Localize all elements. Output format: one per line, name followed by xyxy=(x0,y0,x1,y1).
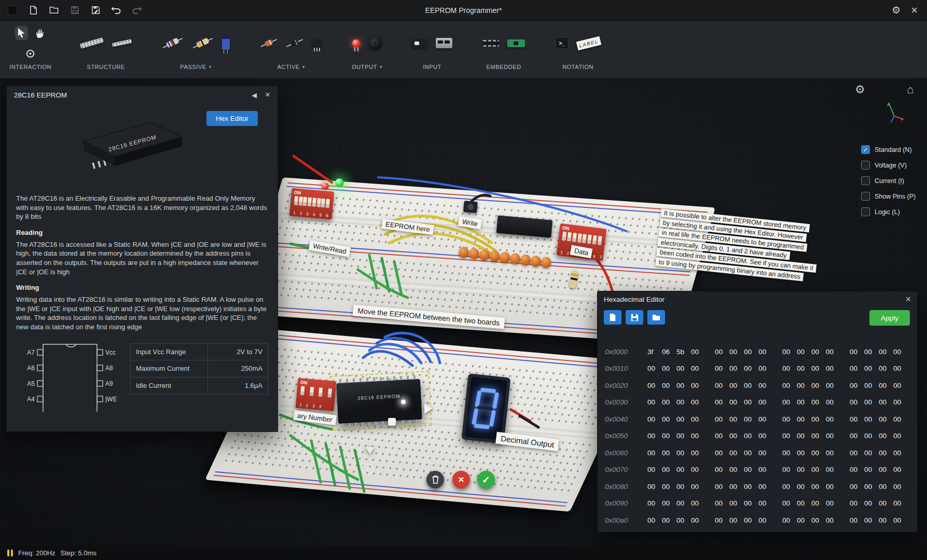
hex-byte[interactable]: 00 xyxy=(850,449,864,457)
target-icon[interactable] xyxy=(362,464,373,475)
hex-byte[interactable]: 00 xyxy=(893,466,908,473)
hex-byte[interactable]: 00 xyxy=(893,432,908,440)
hex-byte[interactable]: 00 xyxy=(729,382,744,389)
toolbar-dropdown-output[interactable]: OUTPUT ▾ xyxy=(352,64,382,70)
hex-byte[interactable]: 00 xyxy=(744,466,758,473)
hex-byte[interactable]: 00 xyxy=(879,398,893,406)
diode-tool[interactable] xyxy=(258,38,279,48)
hex-byte[interactable]: 00 xyxy=(811,516,826,524)
hex-byte[interactable]: 00 xyxy=(662,365,676,372)
hex-byte[interactable]: 00 xyxy=(879,516,893,524)
hex-byte[interactable]: 00 xyxy=(826,449,840,457)
hex-byte[interactable]: 00 xyxy=(647,382,662,389)
view-option-show-pins-p[interactable]: Show Pins (P) xyxy=(861,192,916,201)
hex-byte[interactable]: 06 xyxy=(662,348,676,356)
hex-byte[interactable]: 00 xyxy=(879,499,893,507)
hex-byte[interactable]: 00 xyxy=(744,348,758,356)
hex-byte[interactable]: 00 xyxy=(647,398,662,406)
hex-byte[interactable]: 00 xyxy=(715,382,729,389)
hex-byte[interactable]: 00 xyxy=(893,415,908,423)
hex-byte[interactable]: 00 xyxy=(850,483,864,491)
hex-byte[interactable]: 00 xyxy=(758,382,773,389)
hex-byte[interactable]: 00 xyxy=(826,382,840,389)
hex-byte[interactable]: 00 xyxy=(864,348,879,356)
dip-switch-4[interactable]: ON 1 2 3 4 xyxy=(296,378,337,411)
hex-byte[interactable]: 00 xyxy=(662,516,676,524)
hex-byte[interactable]: 00 xyxy=(826,348,840,356)
pan-hand-tool[interactable] xyxy=(33,26,46,40)
hex-byte[interactable]: 00 xyxy=(879,466,893,473)
hex-byte[interactable]: 00 xyxy=(758,516,773,524)
breadboard-small-tool[interactable] xyxy=(110,39,133,47)
hex-byte[interactable]: 00 xyxy=(662,449,676,457)
red-led[interactable] xyxy=(322,183,329,190)
hex-byte[interactable]: 00 xyxy=(879,415,893,423)
hex-byte[interactable]: 00 xyxy=(729,499,744,507)
hex-byte[interactable]: 00 xyxy=(729,415,744,423)
save-icon[interactable] xyxy=(68,4,81,17)
hex-byte[interactable]: 00 xyxy=(758,415,773,423)
hex-byte[interactable]: 00 xyxy=(715,432,729,440)
hex-byte[interactable]: 00 xyxy=(864,432,879,440)
hex-byte[interactable]: 00 xyxy=(811,499,826,507)
hex-byte[interactable]: 00 xyxy=(744,432,758,440)
hex-byte[interactable]: 00 xyxy=(782,398,797,406)
confirm-button[interactable]: ✓ xyxy=(477,471,495,488)
pause-icon[interactable] xyxy=(7,550,13,556)
hex-byte[interactable]: 00 xyxy=(647,432,662,440)
hex-byte[interactable]: 00 xyxy=(826,398,840,406)
hex-byte[interactable]: 00 xyxy=(715,483,729,491)
hex-byte[interactable]: 00 xyxy=(850,415,864,423)
hex-byte[interactable]: 00 xyxy=(691,483,705,491)
hex-byte[interactable]: 00 xyxy=(744,415,758,423)
hex-byte[interactable]: 00 xyxy=(811,432,826,440)
hex-byte[interactable]: 00 xyxy=(850,348,864,356)
hex-byte[interactable]: 00 xyxy=(797,432,811,440)
label-tool[interactable]: LABEL xyxy=(575,37,602,49)
hex-byte[interactable]: 00 xyxy=(744,398,758,406)
hex-byte[interactable]: 00 xyxy=(691,466,705,473)
hex-byte[interactable]: 00 xyxy=(676,483,691,491)
axis-gizmo[interactable] xyxy=(882,99,906,125)
hex-byte[interactable]: 00 xyxy=(797,398,811,406)
hex-byte[interactable]: 00 xyxy=(691,432,705,440)
hex-byte[interactable]: 00 xyxy=(782,365,797,372)
hex-byte[interactable]: 00 xyxy=(797,499,811,507)
checkbox-unchecked[interactable] xyxy=(861,176,870,185)
new-file-icon[interactable] xyxy=(27,4,39,17)
transistor-tool[interactable] xyxy=(310,37,324,49)
dip-switch-8-top[interactable]: ON 1 2 3 4 5 6 7 8 xyxy=(289,188,334,220)
hex-byte[interactable]: 00 xyxy=(676,415,691,423)
breadboard-tool[interactable] xyxy=(78,39,105,47)
dip-levers[interactable] xyxy=(562,231,602,245)
hex-byte[interactable]: 00 xyxy=(758,348,773,356)
hex-byte[interactable]: 00 xyxy=(893,449,908,457)
home-view-icon[interactable]: ⌂ xyxy=(907,83,914,96)
checkbox-unchecked[interactable] xyxy=(861,161,870,170)
hex-byte[interactable]: 00 xyxy=(691,348,705,356)
dip-levers[interactable] xyxy=(300,386,332,397)
hex-byte[interactable]: 00 xyxy=(662,432,676,440)
hex-byte[interactable]: 00 xyxy=(826,432,840,440)
push-button[interactable] xyxy=(463,201,478,213)
hex-byte[interactable]: 00 xyxy=(729,449,744,457)
delete-component-button[interactable] xyxy=(426,471,444,488)
hex-byte[interactable]: 00 xyxy=(850,432,864,440)
microcontroller-tool[interactable] xyxy=(506,38,527,49)
hex-byte[interactable]: 00 xyxy=(864,365,879,372)
power-supply-tool[interactable] xyxy=(434,36,454,50)
hex-byte[interactable]: 00 xyxy=(893,348,908,356)
hex-byte[interactable]: 00 xyxy=(864,398,879,406)
view-option-logic-l[interactable]: Logic (L) xyxy=(861,207,916,216)
hex-byte[interactable]: 00 xyxy=(662,398,676,406)
hex-byte[interactable]: 00 xyxy=(826,499,840,507)
hex-byte[interactable]: 00 xyxy=(782,348,797,356)
hex-byte[interactable]: 00 xyxy=(744,365,758,372)
hex-byte[interactable]: 00 xyxy=(715,348,729,356)
hex-byte[interactable]: 00 xyxy=(826,365,840,372)
rotate-tool[interactable] xyxy=(24,47,37,60)
buzzer-tool[interactable] xyxy=(367,35,383,51)
ic-chip-tool[interactable] xyxy=(481,38,501,48)
hex-byte[interactable]: 00 xyxy=(893,398,908,406)
hex-byte[interactable]: 00 xyxy=(715,499,729,507)
